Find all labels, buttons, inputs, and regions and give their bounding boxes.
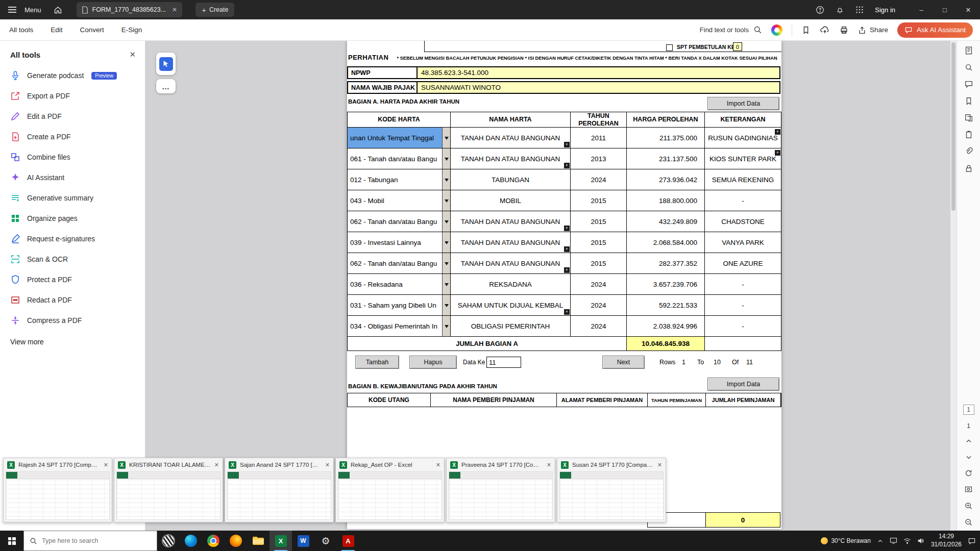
taskbar-search[interactable]	[23, 531, 157, 551]
tahun-field[interactable]: 2024	[571, 316, 627, 337]
start-button[interactable]	[0, 531, 23, 551]
tab-esign[interactable]: E-Sign	[121, 24, 142, 36]
pembetulan-value-box[interactable]: 0	[733, 42, 742, 51]
sign-in-button[interactable]: Sign in	[875, 6, 895, 14]
dropdown-arrow-icon[interactable]	[442, 148, 450, 169]
overflow-plus-icon[interactable]	[564, 309, 570, 315]
zebra-app-icon[interactable]	[157, 531, 180, 551]
display-tray-icon[interactable]	[890, 537, 897, 544]
tahun-field[interactable]: 2011	[571, 128, 627, 148]
tool-item-edit-pdf[interactable]: Edit a PDF	[0, 106, 145, 127]
find-text-control[interactable]: Find text or tools	[700, 26, 762, 34]
menu-label[interactable]: Menu	[24, 6, 41, 14]
keterangan-field[interactable]: KIOS SUNTER PARK	[705, 148, 781, 169]
view-more-link[interactable]: View more	[0, 331, 145, 353]
kode-harta-field[interactable]: 039 - Investasi Lainnya	[348, 232, 451, 253]
wifi-tray-icon[interactable]	[903, 538, 911, 544]
harga-field[interactable]: 3.657.239.706	[627, 274, 705, 295]
nama-field[interactable]: SUSANNAWATI WINOTO	[416, 82, 779, 93]
preview-close-icon[interactable]: ✕	[214, 462, 219, 468]
print-icon[interactable]	[839, 26, 849, 35]
overflow-plus-icon[interactable]	[564, 267, 570, 273]
preview-close-icon[interactable]: ✕	[104, 462, 108, 468]
taskbar-search-input[interactable]	[42, 537, 151, 544]
harga-field[interactable]: 211.375.000	[627, 128, 705, 148]
color-wheel-icon[interactable]	[771, 24, 782, 36]
bookmarks-icon[interactable]	[964, 96, 973, 106]
harga-field[interactable]: 592.221.533	[627, 295, 705, 316]
tool-item-create-pdf[interactable]: Create a PDF	[0, 127, 145, 147]
pages-icon[interactable]	[964, 113, 973, 122]
nama-harta-field[interactable]: TANAH DAN ATAU BANGUNAN	[451, 232, 571, 253]
kode-harta-field[interactable]: 012 - Tabungan	[348, 169, 451, 190]
npwp-field[interactable]: 48.385.623.3-541.000	[416, 67, 779, 78]
harga-field[interactable]: 231.137.500	[627, 148, 705, 169]
tambah-button[interactable]: Tambah	[355, 356, 399, 369]
panel-close-icon[interactable]: ✕	[129, 50, 136, 59]
nama-harta-field[interactable]: TANAH DAN ATAU BANGUNAN	[451, 211, 571, 232]
keterangan-field[interactable]: RUSUN GADINGNIAS	[705, 128, 781, 148]
comments-icon[interactable]	[964, 80, 973, 89]
maximize-button[interactable]: □	[933, 0, 957, 19]
import-data-button-a[interactable]: Import Data	[707, 97, 779, 110]
dropdown-arrow-icon[interactable]	[442, 190, 450, 211]
close-window-button[interactable]: ✕	[957, 0, 980, 19]
keterangan-field[interactable]: -	[705, 295, 781, 316]
overflow-plus-icon[interactable]	[775, 129, 780, 135]
tool-item-generative-summary[interactable]: Generative summary	[0, 188, 145, 208]
dropdown-arrow-icon[interactable]	[442, 253, 450, 273]
chrome-browser-icon[interactable]	[202, 531, 225, 551]
edge-browser-icon[interactable]	[180, 531, 202, 551]
attachments-icon[interactable]	[964, 147, 973, 156]
kode-harta-field[interactable]: 062 - Tanah dan/atau Bangu	[348, 253, 451, 274]
overflow-plus-icon[interactable]	[775, 150, 780, 156]
previous-page-icon[interactable]	[965, 437, 973, 445]
scrollbar-thumb[interactable]	[951, 42, 955, 211]
tool-item-protect-pdf[interactable]: Protect a PDF	[0, 269, 145, 290]
save-icon[interactable]	[801, 26, 811, 35]
taskbar-preview-card[interactable]: Rekap_Aset OP - Excel✕	[335, 458, 445, 522]
tool-item-redact-pdf[interactable]: Redact a PDF	[0, 290, 145, 310]
search-document-icon[interactable]	[964, 63, 973, 72]
tool-item-combine-files[interactable]: Combine files	[0, 147, 145, 167]
tab-close-icon[interactable]: ✕	[172, 6, 177, 13]
nama-harta-field[interactable]: TANAH DAN ATAU BANGUNAN	[451, 253, 571, 274]
next-button[interactable]: Next	[602, 356, 645, 369]
kode-harta-field[interactable]: 062 - Tanah dan/atau Bangu	[348, 211, 451, 232]
home-icon[interactable]	[54, 6, 62, 14]
preview-close-icon[interactable]: ✕	[436, 462, 440, 468]
refresh-icon[interactable]	[964, 469, 973, 478]
document-tab[interactable]: FORM_1770_48385623... ✕	[77, 2, 183, 17]
page-thumbnails-icon[interactable]	[964, 46, 973, 55]
ask-ai-assistant-button[interactable]: Ask AI Assistant	[897, 22, 973, 38]
window-preview-thumbnail[interactable]	[559, 471, 664, 520]
kode-harta-field[interactable]: 036 - Reksadana	[348, 274, 451, 295]
tahun-field[interactable]: 2015	[571, 211, 627, 232]
more-options-icon[interactable]	[162, 82, 170, 91]
nama-harta-field[interactable]: REKSADANA	[451, 274, 571, 295]
dropdown-arrow-icon[interactable]	[442, 295, 450, 315]
kode-harta-field[interactable]: 043 - Mobil	[348, 190, 451, 211]
harga-field[interactable]: 2.068.584.000	[627, 232, 705, 253]
next-page-icon[interactable]	[965, 453, 973, 461]
share-button[interactable]: Share	[858, 26, 888, 34]
settings-taskbar-icon[interactable]	[314, 531, 337, 551]
nama-harta-field[interactable]: MOBIL	[451, 190, 571, 211]
lock-icon[interactable]	[964, 164, 973, 173]
page-number-box[interactable]: 1	[963, 405, 974, 415]
window-preview-thumbnail[interactable]	[449, 471, 553, 520]
keterangan-field[interactable]: VANYA PARK	[705, 232, 781, 253]
preview-close-icon[interactable]: ✕	[547, 462, 551, 468]
snapshot-icon[interactable]	[964, 485, 973, 494]
minimize-button[interactable]: –	[910, 0, 933, 19]
tool-item-organize-pages[interactable]: Organize pages	[0, 208, 145, 229]
taskbar-preview-card[interactable]: KRISTIRANI TOAR LALAMENTIK ...✕	[114, 458, 223, 522]
keterangan-field[interactable]: CHADSTONE	[705, 211, 781, 232]
window-preview-thumbnail[interactable]	[227, 471, 331, 520]
firefox-browser-icon[interactable]	[225, 531, 247, 551]
word-taskbar-icon[interactable]	[292, 531, 314, 551]
keterangan-field[interactable]: ONE AZURE	[705, 253, 781, 274]
window-preview-thumbnail[interactable]	[116, 471, 220, 520]
tool-item-export-pdf[interactable]: Export a PDF	[0, 86, 145, 106]
tool-item-request-esignatures[interactable]: Request e-signatures	[0, 229, 145, 249]
